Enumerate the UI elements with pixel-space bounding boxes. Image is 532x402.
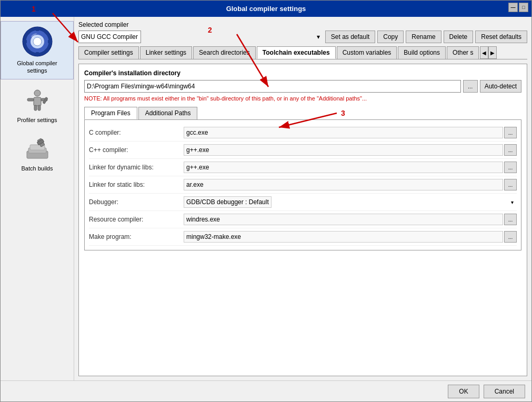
linker-dynamic-input[interactable] (184, 162, 503, 173)
form-row-make-program: Make program: ... (89, 228, 517, 246)
tab-other[interactable]: Other s (447, 46, 479, 59)
make-program-input[interactable] (184, 231, 503, 243)
cpp-compiler-label: C++ compiler: (89, 146, 184, 154)
svg-rect-3 (36, 52, 39, 56)
cpp-compiler-input-wrapper: ... (184, 144, 517, 156)
sidebar-item-batch[interactable]: Batch builds (1, 132, 74, 176)
rename-button[interactable]: Rename (406, 31, 441, 43)
profiler-icon (24, 88, 51, 114)
install-dir-section: Compiler's installation directory ... Au… (84, 69, 521, 103)
form-row-linker-static: Linker for static libs: ... (89, 176, 517, 194)
svg-rect-5 (48, 40, 52, 43)
svg-point-12 (34, 90, 41, 96)
form-row-c-compiler: C compiler: ... (89, 124, 517, 142)
install-dir-row: ... Auto-detect (84, 80, 521, 93)
sidebar-label-batch: Batch builds (22, 165, 53, 172)
delete-button[interactable]: Delete (444, 31, 474, 43)
debugger-select-wrapper: GDB/CDB debugger : Default (184, 196, 517, 208)
program-files-content: C compiler: ... C++ compiler: ... (84, 119, 521, 250)
main-tabs: Compiler settings Linker settings Search… (78, 46, 527, 59)
linker-dynamic-label: Linker for dynamic libs: (89, 164, 184, 171)
debugger-label: Debugger: (89, 198, 184, 206)
resource-compiler-input-wrapper: ... (184, 214, 517, 225)
install-dir-label: Compiler's installation directory (84, 69, 521, 77)
compiler-select-row: GNU GCC Compiler Set as default Copy Ren… (78, 31, 527, 43)
sidebar: Global compiler settings (1, 17, 74, 380)
svg-rect-4 (23, 40, 27, 43)
svg-rect-14 (27, 98, 34, 101)
debugger-select[interactable]: GDB/CDB debugger : Default (184, 196, 272, 208)
tab-compiler-settings[interactable]: Compiler settings (78, 46, 139, 59)
resource-compiler-browse[interactable]: ... (504, 214, 517, 225)
bottom-bar: OK Cancel (1, 380, 531, 401)
c-compiler-input[interactable] (184, 127, 503, 138)
compiler-select[interactable]: GNU GCC Compiler (78, 31, 141, 43)
autodetect-button[interactable]: Auto-detect (480, 80, 521, 93)
sub-tabs: Program Files Additional Paths (84, 107, 521, 119)
install-dir-input[interactable] (84, 80, 461, 93)
title-bar: Global compiler settings — □ (1, 1, 531, 17)
linker-dynamic-input-wrapper: ... (184, 162, 517, 173)
sidebar-label-profiler: Profiler settings (17, 116, 57, 124)
linker-static-label: Linker for static libs: (89, 181, 184, 188)
window-title: Global compiler settings (226, 5, 306, 13)
make-program-input-wrapper: ... (184, 231, 517, 243)
install-dir-note: NOTE: All programs must exist either in … (84, 95, 521, 103)
linker-dynamic-browse[interactable]: ... (504, 162, 517, 173)
tab-linker-settings[interactable]: Linker settings (140, 46, 192, 59)
tab-toolchain[interactable]: Toolchain executables (257, 46, 336, 59)
svg-rect-13 (34, 97, 41, 106)
sidebar-label-global-compiler: Global compiler settings (17, 59, 57, 75)
ok-button[interactable]: OK (448, 385, 479, 398)
cancel-button[interactable]: Cancel (484, 385, 525, 398)
linker-static-input[interactable] (184, 179, 503, 190)
selected-compiler-label: Selected compiler (78, 21, 527, 28)
sub-tab-additional-paths[interactable]: Additional Paths (138, 107, 198, 119)
form-row-resource-compiler: Resource compiler: ... (89, 211, 517, 228)
cpp-compiler-browse[interactable]: ... (504, 144, 517, 156)
cpp-compiler-input[interactable] (184, 144, 503, 156)
svg-rect-17 (38, 105, 41, 110)
make-program-label: Make program: (89, 233, 184, 240)
tab-search-dirs[interactable]: Search directories (193, 46, 256, 59)
form-row-debugger: Debugger: GDB/CDB debugger : Default (89, 194, 517, 211)
sub-tab-program-files[interactable]: Program Files (84, 107, 137, 119)
c-compiler-input-wrapper: ... (184, 127, 517, 138)
resource-compiler-input[interactable] (184, 214, 503, 225)
set-as-default-button[interactable]: Set as default (325, 31, 375, 43)
c-compiler-label: C compiler: (89, 129, 184, 136)
tab-content-toolchain: Compiler's installation directory ... Au… (78, 64, 527, 376)
tab-scroll-left[interactable]: ◀ (480, 46, 488, 59)
install-dir-browse-button[interactable]: ... (463, 80, 478, 93)
tab-scroll-right[interactable]: ▶ (488, 46, 497, 59)
sidebar-item-profiler[interactable]: Profiler settings (1, 84, 74, 128)
tab-custom-vars[interactable]: Custom variables (337, 46, 397, 59)
batch-icon (24, 136, 51, 163)
reset-defaults-button[interactable]: Reset defaults (475, 31, 527, 43)
svg-point-11 (33, 37, 42, 46)
linker-static-browse[interactable]: ... (504, 179, 517, 190)
make-program-browse[interactable]: ... (504, 231, 517, 243)
svg-rect-16 (34, 105, 37, 110)
svg-rect-2 (36, 27, 39, 31)
main-panel: Selected compiler GNU GCC Compiler Set a… (74, 17, 531, 380)
resource-compiler-label: Resource compiler: (89, 216, 184, 223)
c-compiler-browse[interactable]: ... (504, 127, 517, 138)
copy-button[interactable]: Copy (377, 31, 404, 43)
minimize-button[interactable]: — (508, 3, 518, 12)
sidebar-item-global-compiler[interactable]: Global compiler settings (1, 21, 74, 79)
gear-icon (22, 26, 53, 57)
tab-build-options[interactable]: Build options (398, 46, 446, 59)
linker-static-input-wrapper: ... (184, 179, 517, 190)
form-row-cpp-compiler: C++ compiler: ... (89, 142, 517, 159)
compiler-select-wrapper: GNU GCC Compiler (78, 31, 323, 43)
maximize-button[interactable]: □ (519, 3, 528, 12)
form-row-linker-dynamic: Linker for dynamic libs: ... (89, 159, 517, 176)
